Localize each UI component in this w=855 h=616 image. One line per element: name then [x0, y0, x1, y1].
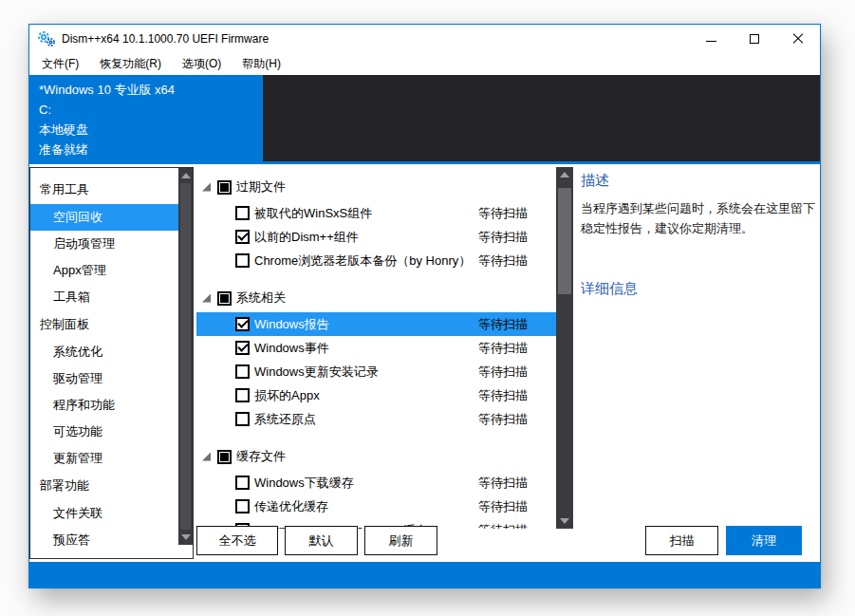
title-bar[interactable]: Dism++x64 10.1.1000.70 UEFI Firmware — [29, 25, 820, 53]
item-status: 等待扫描 — [478, 522, 528, 530]
item-label: Chrome浏览器老版本备份（by Honry） — [254, 252, 471, 270]
sidebar-item-1[interactable]: 空间回收 — [30, 204, 178, 231]
sidebar-scrollbar[interactable] — [178, 168, 193, 545]
sidebar-item-10[interactable]: 更新管理 — [30, 445, 178, 472]
sidebar-scrollbar-thumb[interactable] — [180, 183, 191, 530]
group-label: 过期文件 — [236, 178, 286, 196]
list-scrollbar-thumb[interactable] — [558, 188, 571, 294]
detail-info-link[interactable]: 详细信息 — [581, 280, 638, 298]
maximize-icon — [750, 34, 759, 44]
app-gears-icon — [37, 30, 56, 47]
cleanup-row-2-0[interactable]: Windows下载缓存等待扫描 — [196, 471, 556, 495]
item-checkbox[interactable] — [235, 412, 250, 426]
system-info: *Windows 10 专业版 x64C:本地硬盘准备就绪 — [39, 80, 175, 159]
close-button[interactable] — [776, 25, 820, 53]
status-header: *Windows 10 专业版 x64C:本地硬盘准备就绪 — [29, 75, 820, 164]
item-checkbox[interactable] — [235, 499, 250, 513]
expand-icon[interactable] — [202, 294, 211, 303]
sidebar-item-9[interactable]: 可选功能 — [30, 419, 178, 445]
cleanup-list: 过期文件被取代的WinSxS组件等待扫描以前的Dism++组件等待扫描Chrom… — [196, 167, 573, 529]
group-label: 系统相关 — [236, 289, 286, 307]
close-icon — [792, 33, 804, 45]
item-checkbox[interactable] — [235, 364, 250, 379]
sidebar-item-6[interactable]: 系统优化 — [30, 339, 178, 365]
group-label: 缓存文件 — [236, 448, 286, 465]
menu-item-1[interactable]: 恢复功能(R) — [89, 53, 172, 75]
cleanup-row-0-0[interactable]: 被取代的WinSxS组件等待扫描 — [196, 201, 556, 225]
cleanup-row-1-2[interactable]: Windows更新安装记录等待扫描 — [196, 360, 556, 383]
sidebar-item-11[interactable]: 部署功能 — [30, 472, 178, 500]
sidebar-item-4[interactable]: 工具箱 — [30, 284, 178, 310]
menu-item-2[interactable]: 选项(O) — [172, 53, 232, 75]
item-checkbox[interactable] — [235, 253, 250, 268]
scroll-up-icon[interactable] — [560, 172, 569, 177]
item-label: Windows更新安装记录 — [254, 364, 379, 381]
item-checkbox[interactable] — [235, 341, 250, 355]
window-title: Dism++x64 10.1.1000.70 UEFI Firmware — [62, 32, 269, 46]
item-status: 等待扫描 — [478, 498, 528, 515]
sidebar-item-13[interactable]: 预应答 — [30, 527, 178, 553]
item-checkbox[interactable] — [235, 230, 250, 244]
group-row-0[interactable]: 过期文件 — [196, 173, 556, 201]
action-button-刷新[interactable]: 刷新 — [364, 526, 437, 555]
item-label: Windows报告 — [254, 316, 329, 333]
sidebar-item-0[interactable]: 常用工具 — [30, 176, 178, 204]
item-checkbox[interactable] — [235, 476, 250, 490]
item-checkbox[interactable] — [235, 317, 250, 331]
item-status: 等待扫描 — [478, 229, 528, 246]
item-status: 等待扫描 — [478, 411, 528, 428]
sidebar-item-2[interactable]: 启动项管理 — [30, 231, 178, 257]
cleanup-row-1-1[interactable]: Windows事件等待扫描 — [196, 336, 556, 360]
item-status: 等待扫描 — [478, 387, 528, 404]
sidebar-item-3[interactable]: Appx管理 — [30, 257, 178, 284]
cleanup-row-1-0[interactable]: Windows报告等待扫描 — [196, 312, 556, 336]
content-area: 常用工具空间回收启动项管理Appx管理工具箱控制面板系统优化驱动管理程序和功能可… — [29, 164, 820, 562]
action-button-清理[interactable]: 清理 — [726, 526, 802, 555]
expand-icon[interactable] — [202, 183, 211, 192]
item-status: 等待扫描 — [478, 252, 528, 270]
item-checkbox[interactable] — [235, 388, 250, 402]
footer-bar — [29, 562, 820, 588]
menu-bar: 文件(F)恢复功能(R)选项(O)帮助(H) — [29, 53, 820, 75]
scroll-up-icon[interactable] — [181, 173, 191, 178]
list-scrollbar[interactable] — [556, 167, 573, 529]
sidebar-item-12[interactable]: 文件关联 — [30, 500, 178, 527]
group-checkbox[interactable] — [217, 180, 232, 195]
item-label: 被取代的WinSxS组件 — [254, 205, 372, 222]
detail-panel: 描述 当程序遇到某些问题时，系统会在这里留下稳定性报告，建议你定期清理。 详细信… — [581, 172, 821, 298]
window-controls — [689, 25, 820, 53]
minimize-button[interactable] — [689, 25, 733, 53]
cleanup-row-0-2[interactable]: Chrome浏览器老版本备份（by Honry）等待扫描 — [196, 249, 556, 272]
app-window: Dism++x64 10.1.1000.70 UEFI Firmware 文件(… — [28, 24, 821, 588]
scroll-down-icon[interactable] — [181, 534, 191, 540]
action-button-全不选[interactable]: 全不选 — [196, 526, 278, 555]
detail-description: 当程序遇到某些问题时，系统会在这里留下稳定性报告，建议你定期清理。 — [581, 198, 821, 238]
item-checkbox[interactable] — [235, 206, 250, 220]
action-button-扫描[interactable]: 扫描 — [645, 526, 718, 555]
group-checkbox[interactable] — [217, 450, 232, 464]
group-row-2[interactable]: 缓存文件 — [196, 442, 556, 471]
sidebar-item-7[interactable]: 驱动管理 — [30, 365, 178, 392]
minimize-icon — [706, 41, 716, 42]
expand-icon[interactable] — [202, 453, 211, 461]
item-status: 等待扫描 — [478, 316, 528, 333]
sidebar-nav: 常用工具空间回收启动项管理Appx管理工具箱控制面板系统优化驱动管理程序和功能可… — [29, 167, 194, 559]
sidebar-item-8[interactable]: 程序和功能 — [30, 392, 178, 419]
cleanup-row-0-1[interactable]: 以前的Dism++组件等待扫描 — [196, 225, 556, 249]
system-info-line-2: 本地硬盘 — [39, 120, 175, 140]
menu-item-3[interactable]: 帮助(H) — [232, 53, 291, 75]
maximize-button[interactable] — [733, 25, 776, 53]
action-button-默认[interactable]: 默认 — [285, 526, 358, 555]
sidebar-item-5[interactable]: 控制面板 — [30, 310, 178, 339]
cleanup-row-1-4[interactable]: 系统还原点等待扫描 — [196, 407, 556, 431]
cleanup-row-2-1[interactable]: 传递优化缓存等待扫描 — [196, 495, 556, 518]
system-info-line-0: *Windows 10 专业版 x64 — [39, 80, 175, 100]
group-checkbox[interactable] — [217, 291, 232, 306]
system-info-line-1: C: — [39, 100, 175, 120]
menu-item-0[interactable]: 文件(F) — [31, 53, 89, 75]
item-label: 损坏的Appx — [254, 387, 320, 404]
group-row-1[interactable]: 系统相关 — [196, 284, 556, 312]
scroll-down-icon[interactable] — [560, 518, 569, 524]
item-label: Windows下载缓存 — [254, 475, 354, 492]
cleanup-row-1-3[interactable]: 损坏的Appx等待扫描 — [196, 383, 556, 407]
